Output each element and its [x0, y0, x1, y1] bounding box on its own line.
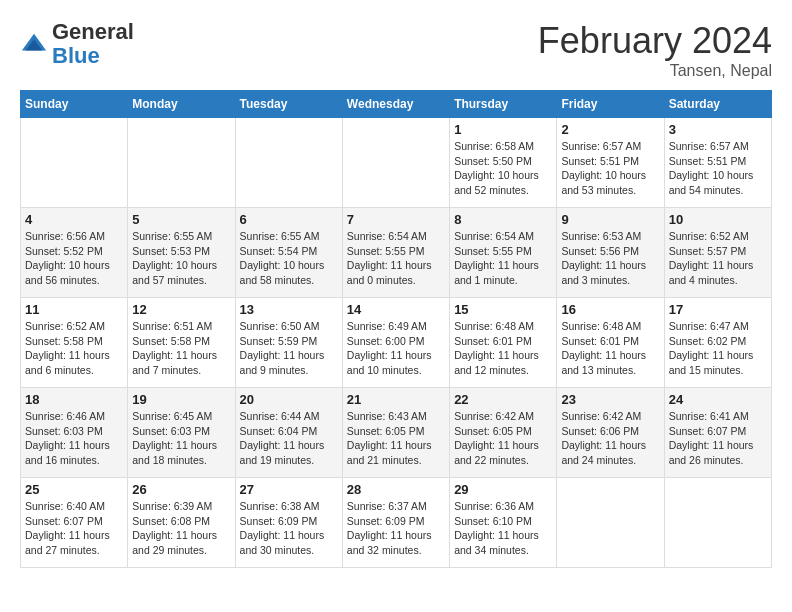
day-info: Sunrise: 6:48 AMSunset: 6:01 PMDaylight:… [454, 319, 552, 378]
day-info: Sunrise: 6:42 AMSunset: 6:06 PMDaylight:… [561, 409, 659, 468]
day-number: 2 [561, 122, 659, 137]
day-number: 12 [132, 302, 230, 317]
day-number: 11 [25, 302, 123, 317]
day-info: Sunrise: 6:54 AMSunset: 5:55 PMDaylight:… [454, 229, 552, 288]
calendar-cell: 9Sunrise: 6:53 AMSunset: 5:56 PMDaylight… [557, 208, 664, 298]
calendar-cell: 11Sunrise: 6:52 AMSunset: 5:58 PMDayligh… [21, 298, 128, 388]
logo: General Blue [20, 20, 134, 68]
calendar-cell: 26Sunrise: 6:39 AMSunset: 6:08 PMDayligh… [128, 478, 235, 568]
calendar-cell: 29Sunrise: 6:36 AMSunset: 6:10 PMDayligh… [450, 478, 557, 568]
weekday-header: Thursday [450, 91, 557, 118]
day-info: Sunrise: 6:48 AMSunset: 6:01 PMDaylight:… [561, 319, 659, 378]
logo-icon [20, 30, 48, 58]
day-info: Sunrise: 6:42 AMSunset: 6:05 PMDaylight:… [454, 409, 552, 468]
day-number: 15 [454, 302, 552, 317]
calendar-cell: 20Sunrise: 6:44 AMSunset: 6:04 PMDayligh… [235, 388, 342, 478]
day-info: Sunrise: 6:52 AMSunset: 5:58 PMDaylight:… [25, 319, 123, 378]
weekday-header: Sunday [21, 91, 128, 118]
calendar-cell: 23Sunrise: 6:42 AMSunset: 6:06 PMDayligh… [557, 388, 664, 478]
day-info: Sunrise: 6:53 AMSunset: 5:56 PMDaylight:… [561, 229, 659, 288]
calendar-cell [557, 478, 664, 568]
location: Tansen, Nepal [538, 62, 772, 80]
day-info: Sunrise: 6:52 AMSunset: 5:57 PMDaylight:… [669, 229, 767, 288]
day-info: Sunrise: 6:45 AMSunset: 6:03 PMDaylight:… [132, 409, 230, 468]
logo-blue-text: Blue [52, 43, 100, 68]
day-number: 27 [240, 482, 338, 497]
day-number: 25 [25, 482, 123, 497]
calendar-week-row: 4Sunrise: 6:56 AMSunset: 5:52 PMDaylight… [21, 208, 772, 298]
day-number: 6 [240, 212, 338, 227]
day-number: 19 [132, 392, 230, 407]
day-number: 18 [25, 392, 123, 407]
calendar-cell: 15Sunrise: 6:48 AMSunset: 6:01 PMDayligh… [450, 298, 557, 388]
calendar-week-row: 11Sunrise: 6:52 AMSunset: 5:58 PMDayligh… [21, 298, 772, 388]
day-info: Sunrise: 6:57 AMSunset: 5:51 PMDaylight:… [669, 139, 767, 198]
calendar-cell: 6Sunrise: 6:55 AMSunset: 5:54 PMDaylight… [235, 208, 342, 298]
calendar-cell: 1Sunrise: 6:58 AMSunset: 5:50 PMDaylight… [450, 118, 557, 208]
calendar-cell: 10Sunrise: 6:52 AMSunset: 5:57 PMDayligh… [664, 208, 771, 298]
weekday-header: Monday [128, 91, 235, 118]
day-info: Sunrise: 6:54 AMSunset: 5:55 PMDaylight:… [347, 229, 445, 288]
calendar-cell: 19Sunrise: 6:45 AMSunset: 6:03 PMDayligh… [128, 388, 235, 478]
weekday-header: Saturday [664, 91, 771, 118]
calendar-cell: 25Sunrise: 6:40 AMSunset: 6:07 PMDayligh… [21, 478, 128, 568]
calendar-cell: 4Sunrise: 6:56 AMSunset: 5:52 PMDaylight… [21, 208, 128, 298]
calendar-cell: 5Sunrise: 6:55 AMSunset: 5:53 PMDaylight… [128, 208, 235, 298]
day-number: 20 [240, 392, 338, 407]
weekday-header-row: SundayMondayTuesdayWednesdayThursdayFrid… [21, 91, 772, 118]
day-info: Sunrise: 6:47 AMSunset: 6:02 PMDaylight:… [669, 319, 767, 378]
day-number: 26 [132, 482, 230, 497]
day-number: 23 [561, 392, 659, 407]
page-header: General Blue February 2024 Tansen, Nepal [20, 20, 772, 80]
title-area: February 2024 Tansen, Nepal [538, 20, 772, 80]
calendar-cell: 13Sunrise: 6:50 AMSunset: 5:59 PMDayligh… [235, 298, 342, 388]
day-number: 24 [669, 392, 767, 407]
day-info: Sunrise: 6:55 AMSunset: 5:53 PMDaylight:… [132, 229, 230, 288]
weekday-header: Wednesday [342, 91, 449, 118]
day-number: 16 [561, 302, 659, 317]
day-number: 28 [347, 482, 445, 497]
calendar-cell: 24Sunrise: 6:41 AMSunset: 6:07 PMDayligh… [664, 388, 771, 478]
day-info: Sunrise: 6:38 AMSunset: 6:09 PMDaylight:… [240, 499, 338, 558]
calendar-cell: 17Sunrise: 6:47 AMSunset: 6:02 PMDayligh… [664, 298, 771, 388]
calendar-week-row: 18Sunrise: 6:46 AMSunset: 6:03 PMDayligh… [21, 388, 772, 478]
calendar-week-row: 25Sunrise: 6:40 AMSunset: 6:07 PMDayligh… [21, 478, 772, 568]
calendar-cell: 21Sunrise: 6:43 AMSunset: 6:05 PMDayligh… [342, 388, 449, 478]
day-info: Sunrise: 6:51 AMSunset: 5:58 PMDaylight:… [132, 319, 230, 378]
day-number: 22 [454, 392, 552, 407]
calendar-cell: 2Sunrise: 6:57 AMSunset: 5:51 PMDaylight… [557, 118, 664, 208]
day-info: Sunrise: 6:56 AMSunset: 5:52 PMDaylight:… [25, 229, 123, 288]
day-info: Sunrise: 6:57 AMSunset: 5:51 PMDaylight:… [561, 139, 659, 198]
calendar-table: SundayMondayTuesdayWednesdayThursdayFrid… [20, 90, 772, 568]
day-info: Sunrise: 6:49 AMSunset: 6:00 PMDaylight:… [347, 319, 445, 378]
day-info: Sunrise: 6:36 AMSunset: 6:10 PMDaylight:… [454, 499, 552, 558]
calendar-cell: 28Sunrise: 6:37 AMSunset: 6:09 PMDayligh… [342, 478, 449, 568]
day-info: Sunrise: 6:50 AMSunset: 5:59 PMDaylight:… [240, 319, 338, 378]
day-info: Sunrise: 6:41 AMSunset: 6:07 PMDaylight:… [669, 409, 767, 468]
weekday-header: Friday [557, 91, 664, 118]
day-number: 14 [347, 302, 445, 317]
day-info: Sunrise: 6:58 AMSunset: 5:50 PMDaylight:… [454, 139, 552, 198]
day-info: Sunrise: 6:44 AMSunset: 6:04 PMDaylight:… [240, 409, 338, 468]
day-info: Sunrise: 6:46 AMSunset: 6:03 PMDaylight:… [25, 409, 123, 468]
day-number: 3 [669, 122, 767, 137]
day-info: Sunrise: 6:43 AMSunset: 6:05 PMDaylight:… [347, 409, 445, 468]
day-number: 8 [454, 212, 552, 227]
calendar-cell: 3Sunrise: 6:57 AMSunset: 5:51 PMDaylight… [664, 118, 771, 208]
calendar-cell [128, 118, 235, 208]
day-info: Sunrise: 6:39 AMSunset: 6:08 PMDaylight:… [132, 499, 230, 558]
calendar-cell: 22Sunrise: 6:42 AMSunset: 6:05 PMDayligh… [450, 388, 557, 478]
day-number: 4 [25, 212, 123, 227]
calendar-cell: 14Sunrise: 6:49 AMSunset: 6:00 PMDayligh… [342, 298, 449, 388]
day-number: 29 [454, 482, 552, 497]
month-title: February 2024 [538, 20, 772, 62]
calendar-cell [342, 118, 449, 208]
calendar-week-row: 1Sunrise: 6:58 AMSunset: 5:50 PMDaylight… [21, 118, 772, 208]
day-number: 9 [561, 212, 659, 227]
day-number: 1 [454, 122, 552, 137]
calendar-cell [235, 118, 342, 208]
weekday-header: Tuesday [235, 91, 342, 118]
calendar-cell: 12Sunrise: 6:51 AMSunset: 5:58 PMDayligh… [128, 298, 235, 388]
calendar-cell: 27Sunrise: 6:38 AMSunset: 6:09 PMDayligh… [235, 478, 342, 568]
day-number: 17 [669, 302, 767, 317]
